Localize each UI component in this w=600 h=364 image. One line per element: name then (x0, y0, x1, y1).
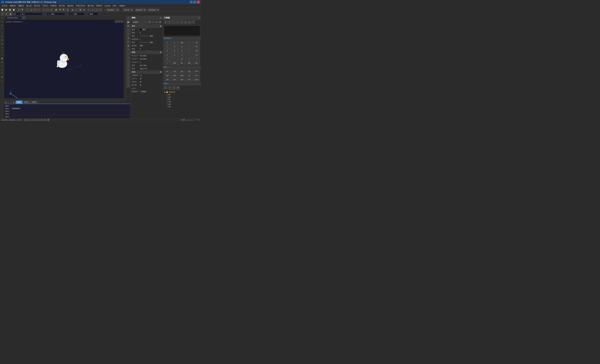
menu-annotate[interactable]: 标注(N) (58, 4, 66, 7)
rt-btn9[interactable]: T (126, 48, 130, 52)
rt-btn17[interactable]: ⬡ (126, 80, 130, 84)
calc-tb3[interactable]: ⬚ (172, 20, 175, 24)
lt-btn3[interactable]: ⊏ (0, 24, 4, 27)
dimstyle-select[interactable]: ISO-25 (123, 8, 133, 11)
lt-btn9[interactable]: ≈ (0, 46, 4, 49)
misc2-btn[interactable]: ⬡ (91, 8, 94, 12)
lt-btn10[interactable]: ○ (0, 49, 4, 53)
lt-btn4[interactable]: ⌒ (0, 27, 4, 31)
pan-btn[interactable]: ✋ (55, 8, 58, 12)
rt-btn12[interactable]: ↔ (126, 60, 130, 64)
var-x-btn[interactable]: x (164, 86, 167, 89)
field-btn[interactable]: ◈ (82, 8, 86, 12)
linetype-dropdown[interactable]: —— 随层 (46, 12, 67, 16)
print-btn[interactable]: 🖨 (17, 8, 20, 12)
tab-add[interactable]: + (38, 101, 41, 103)
prop-icon2[interactable]: ⟳ (155, 21, 158, 24)
preview-btn[interactable]: 🔍 (21, 8, 24, 12)
lt-btn12[interactable]: ▦ (0, 57, 4, 60)
selection-select[interactable]: 无选择 (132, 20, 151, 24)
folder-expand[interactable]: ▶ (164, 91, 166, 93)
btn-inv[interactable]: 1/x (193, 41, 200, 44)
misc4-btn[interactable]: ⬡ (99, 8, 102, 12)
misc3-btn[interactable]: ⬡ (95, 8, 98, 12)
btn-sq2[interactable]: x^2 (193, 45, 200, 48)
btn-mr[interactable]: MR (186, 61, 193, 65)
btn-0[interactable]: 0 (164, 57, 171, 61)
tablestyle-select[interactable]: Standard (134, 8, 146, 11)
btn-4[interactable]: 4 (164, 49, 171, 53)
block-btn[interactable]: ⬚ (75, 8, 78, 12)
btn-sin[interactable]: sin (164, 69, 171, 73)
rt-btn8[interactable]: ⚡ (126, 44, 130, 48)
status-snap[interactable]: △ (27, 119, 30, 121)
lt-btn7[interactable]: ⊡ (0, 38, 4, 42)
menu-format[interactable]: 格式(O) (33, 4, 41, 7)
btn-powy[interactable]: x^y (193, 53, 200, 57)
calc-tb5[interactable]: ⬡ (180, 20, 183, 24)
rt-btn18[interactable]: ⬡ (126, 84, 130, 87)
rt-btn10[interactable]: ⬚ (126, 52, 130, 56)
menu-insert[interactable]: 插入(I) (25, 4, 33, 7)
tab-nav-next[interactable]: ▷ (10, 101, 12, 103)
btn-5[interactable]: 5 (171, 49, 178, 53)
btn-8[interactable]: 8 (171, 45, 178, 48)
var-section-header[interactable]: 变量<< (163, 82, 201, 85)
paste-btn[interactable]: 📌 (33, 8, 37, 12)
rt-btn1[interactable]: ⬡ (126, 16, 130, 20)
btn-6[interactable]: 6 (178, 49, 186, 53)
menu-draw[interactable]: 绘图(D) (49, 4, 58, 7)
btn-mc[interactable]: MC (193, 61, 200, 65)
minimize-button[interactable]: ─ (190, 0, 193, 3)
tab-nav-right[interactable]: ▶ (13, 101, 15, 103)
layer-btn[interactable]: ▤ (71, 8, 74, 12)
btn-tan[interactable]: tan (178, 69, 186, 73)
btn-lparen[interactable]: ( (186, 57, 193, 61)
other-section-header[interactable]: 其他 ▼ (131, 70, 163, 74)
zoom-btn[interactable]: 🔎 (58, 8, 62, 12)
lt-btn2[interactable]: ╱ (0, 20, 4, 23)
calc-tb8[interactable]: ? (192, 20, 195, 24)
layer-manager-btn[interactable]: ☰ (0, 12, 4, 16)
menu-help[interactable]: 帮助(H) (95, 4, 103, 7)
prop-icon3[interactable]: ⚡ (159, 21, 161, 24)
btn-10x[interactable]: 10^x (193, 69, 200, 73)
lt-btn13[interactable]: A (0, 60, 4, 64)
status-icon1[interactable]: ↗ (194, 119, 195, 121)
btn-rparen[interactable]: ) (193, 57, 200, 61)
menu-file[interactable]: 文件(F) (0, 4, 9, 7)
btn-acos[interactable]: acos (171, 74, 178, 77)
canvas-min[interactable]: ─ (115, 20, 117, 23)
btn-eq[interactable]: = (164, 61, 171, 65)
btn-7[interactable]: 7 (164, 45, 171, 48)
match-btn[interactable]: ↗ (37, 8, 41, 12)
save-btn[interactable]: 💾 (8, 8, 12, 12)
calc-tb4[interactable]: ↗ (176, 20, 179, 24)
view-section-header[interactable]: 视图 ▼ (131, 51, 163, 54)
close-button[interactable]: ✕ (197, 0, 200, 3)
lt-btn15[interactable]: ⬚ (0, 68, 4, 71)
btn-1[interactable]: 1 (164, 53, 171, 57)
btn-log[interactable]: log (186, 69, 193, 73)
cmd-input[interactable] (10, 116, 129, 118)
lt-btn5[interactable]: ○ (0, 31, 4, 34)
new-drawing-btn[interactable]: ⬚ (22, 16, 25, 19)
tab-nav-prev[interactable]: ◁ (7, 101, 10, 103)
scroll-horizontal[interactable] (4, 98, 124, 101)
lt-btn18[interactable]: ∷ (0, 79, 4, 82)
btn-abs[interactable]: abs (178, 78, 186, 82)
layer-lock-btn[interactable]: 🔒 (9, 12, 12, 16)
saveas-btn[interactable]: 📋 (12, 8, 16, 12)
status-dyn[interactable]: D (40, 119, 43, 121)
layer-freeze-btn[interactable]: ❄ (5, 12, 8, 16)
menu-express[interactable]: 扩展工具(X) (75, 4, 86, 7)
btn-d2r[interactable]: d2r (171, 78, 178, 82)
var-x3-btn[interactable]: x (172, 86, 176, 89)
btn-mplus[interactable]: M+ (178, 61, 186, 65)
new-btn[interactable]: 📄 (0, 8, 4, 12)
btn-mul[interactable]: * (186, 45, 193, 48)
undo-btn[interactable]: ↩ (42, 8, 46, 12)
btn-3[interactable]: 3 (178, 53, 186, 57)
scroll-vertical[interactable] (124, 19, 126, 101)
calc-close[interactable]: ✕ (198, 17, 200, 19)
